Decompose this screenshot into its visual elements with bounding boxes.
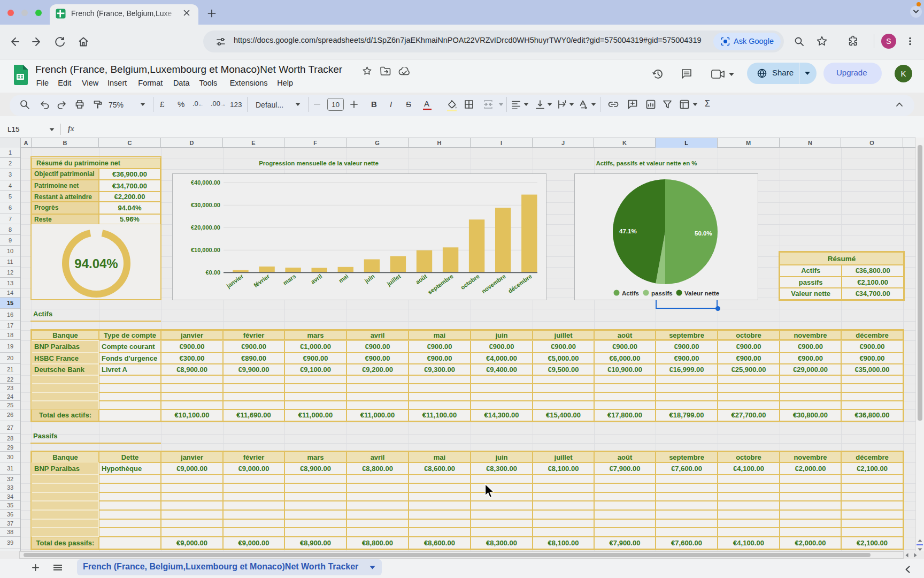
svg-text:mars: mars — [282, 272, 297, 286]
svg-text:Valeur nette: Valeur nette — [684, 290, 719, 296]
svg-text:avril: avril — [310, 272, 323, 285]
svg-text:février: février — [252, 272, 271, 288]
svg-text:Actifs: Actifs — [622, 290, 639, 296]
svg-text:décembre: décembre — [507, 272, 533, 294]
svg-text:août: août — [414, 272, 428, 285]
svg-text:€10,000.00: €10,000.00 — [191, 247, 220, 253]
svg-text:€20,000.00: €20,000.00 — [191, 224, 220, 231]
svg-text:juillet: juillet — [385, 272, 402, 287]
svg-text:passifs: passifs — [651, 290, 673, 296]
svg-text:€30,000.00: €30,000.00 — [191, 202, 220, 208]
svg-text:€40,000.00: €40,000.00 — [191, 179, 220, 186]
svg-text:octobre: octobre — [459, 272, 481, 290]
svg-text:septembre: septembre — [427, 272, 455, 295]
svg-text:novembre: novembre — [480, 272, 507, 294]
svg-text:94.04%: 94.04% — [74, 256, 118, 271]
svg-text:juin: juin — [363, 272, 376, 284]
svg-text:€0.00: €0.00 — [205, 269, 220, 276]
svg-text:mai: mai — [337, 272, 349, 284]
svg-text:janvier: janvier — [225, 272, 245, 290]
svg-text:47.1%: 47.1% — [619, 227, 637, 234]
svg-text:50.0%: 50.0% — [695, 230, 712, 236]
